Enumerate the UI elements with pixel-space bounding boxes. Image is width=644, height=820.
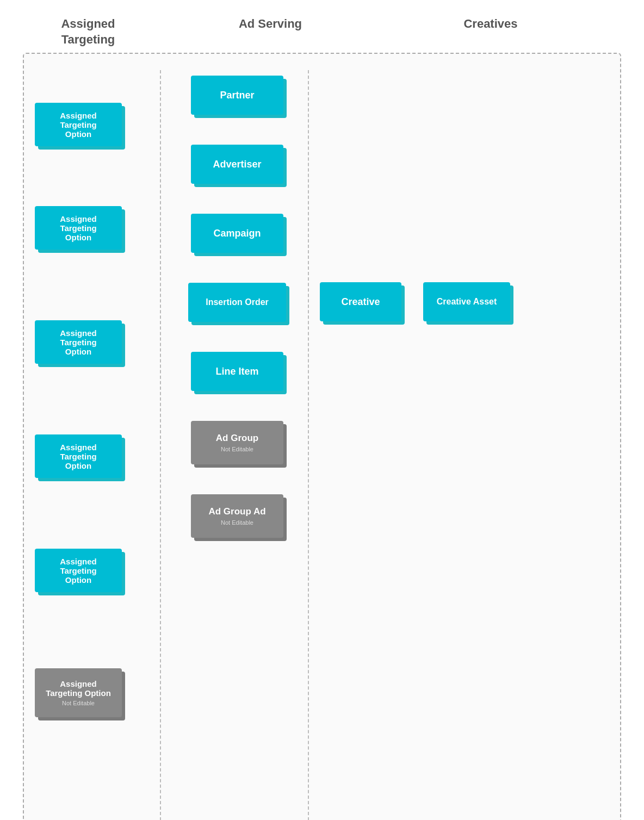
column-headers: AssignedTargeting Ad Serving Creatives xyxy=(23,16,621,47)
ato3-stack: AssignedTargetingOption xyxy=(35,320,122,364)
divider-right xyxy=(308,70,309,820)
partner-stack: Partner xyxy=(191,76,283,115)
diagram-wrapper: AssignedTargeting Ad Serving Creatives A… xyxy=(23,16,621,820)
diagram-inner: AssignedTargetingOption AssignedTargetin… xyxy=(35,70,609,820)
header-adserving: Ad Serving xyxy=(186,16,355,47)
creative-wrap: Creative xyxy=(320,282,401,321)
creative-asset-node: Creative Asset xyxy=(423,282,510,321)
ato4-wrap: AssignedTargetingOption xyxy=(35,434,122,478)
ato5-stack: AssignedTargetingOption xyxy=(35,549,122,592)
partner-wrap: Partner xyxy=(191,76,283,115)
col-adserving: Partner Advertiser Campaign xyxy=(177,70,297,820)
line-item-stack: Line Item xyxy=(191,352,283,391)
ato2-node: AssignedTargetingOption xyxy=(35,206,122,250)
advertiser-stack: Advertiser xyxy=(191,145,283,184)
header-assigned-text: AssignedTargeting xyxy=(61,17,115,46)
ato3-node: AssignedTargetingOption xyxy=(35,320,122,364)
campaign-stack: Campaign xyxy=(191,214,283,253)
ad-group-ad-wrap: Ad Group Ad Not Editable xyxy=(191,494,283,538)
line-item-node: Line Item xyxy=(191,352,283,391)
line-item-wrap: Line Item xyxy=(191,352,283,391)
ad-group-ad-stack: Ad Group Ad Not Editable xyxy=(191,494,283,538)
creative-stack: Creative xyxy=(320,282,401,321)
ad-group-ad-node: Ad Group Ad Not Editable xyxy=(191,494,283,538)
ato6-sub: Not Editable xyxy=(62,700,95,706)
header-creatives-text: Creatives xyxy=(463,17,517,30)
creative-asset-wrap: Creative Asset xyxy=(423,282,510,321)
insertion-order-stack: Insertion Order xyxy=(188,283,286,322)
ato2-stack: AssignedTargetingOption xyxy=(35,206,122,250)
ato4-stack: AssignedTargetingOption xyxy=(35,434,122,478)
col-assigned: AssignedTargetingOption AssignedTargetin… xyxy=(35,70,144,820)
ato1-wrap: AssignedTargetingOption xyxy=(35,103,122,146)
diagram-container: AssignedTargetingOption AssignedTargetin… xyxy=(23,53,621,820)
ato2-wrap: AssignedTargetingOption xyxy=(35,206,122,250)
header-assigned: AssignedTargeting xyxy=(23,16,153,47)
ato6-stack: AssignedTargeting Option Not Editable xyxy=(35,668,122,717)
header-adserving-text: Ad Serving xyxy=(239,17,302,30)
advertiser-node: Advertiser xyxy=(191,145,283,184)
ato6-wrap: AssignedTargeting Option Not Editable xyxy=(35,668,122,717)
ato5-wrap: AssignedTargetingOption xyxy=(35,549,122,592)
partner-node: Partner xyxy=(191,76,283,115)
insertion-order-wrap: Insertion Order xyxy=(188,283,286,322)
header-creatives: Creatives xyxy=(360,16,621,47)
insertion-order-node: Insertion Order xyxy=(188,283,286,322)
campaign-wrap: Campaign xyxy=(191,214,283,253)
ato6-node: AssignedTargeting Option Not Editable xyxy=(35,668,122,717)
col-creatives: Creative Creative Asset xyxy=(320,70,609,820)
divider-left xyxy=(160,70,161,820)
ad-group-ad-sub: Not Editable xyxy=(221,519,253,526)
campaign-node: Campaign xyxy=(191,214,283,253)
ad-group-sub: Not Editable xyxy=(221,446,253,452)
creative-asset-stack: Creative Asset xyxy=(423,282,510,321)
ad-group-stack: Ad Group Not Editable xyxy=(191,421,283,464)
ato5-node: AssignedTargetingOption xyxy=(35,549,122,592)
ad-group-wrap: Ad Group Not Editable xyxy=(191,421,283,464)
advertiser-wrap: Advertiser xyxy=(191,145,283,184)
ato1-node: AssignedTargetingOption xyxy=(35,103,122,146)
ato3-wrap: AssignedTargetingOption xyxy=(35,320,122,364)
creative-node: Creative xyxy=(320,282,401,321)
ato1-stack: AssignedTargetingOption xyxy=(35,103,122,146)
ad-group-node: Ad Group Not Editable xyxy=(191,421,283,464)
ato4-node: AssignedTargetingOption xyxy=(35,434,122,478)
